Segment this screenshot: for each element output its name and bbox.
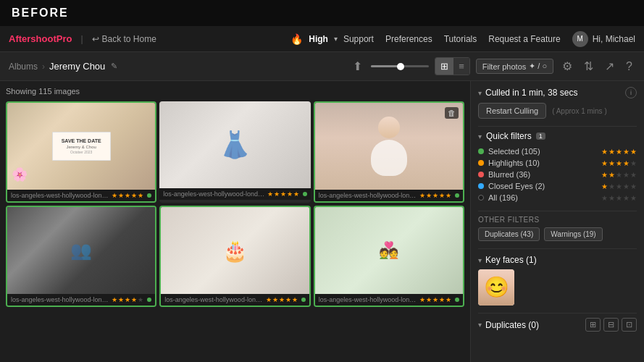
photo-image-2: 👗 <box>159 101 310 188</box>
edit-album-icon[interactable]: ✎ <box>111 62 117 71</box>
kf-chevron-icon: ▾ <box>478 256 482 264</box>
quality-label[interactable]: High <box>309 34 328 44</box>
quick-filters-title: ▾ Quick filters 1 <box>478 131 545 141</box>
duplicates-section: ▾ Duplicates (0) ⊞ ⊟ ⊡ <box>478 318 637 332</box>
dup-compare-button[interactable]: ⊡ <box>622 318 637 332</box>
key-faces-header: ▾ Key faces (1) <box>478 255 637 265</box>
photo-card-2[interactable]: 👗 los-angeles-west-hollywood-london-... … <box>159 101 310 203</box>
filter-selected[interactable]: Selected (105) ★★★★★ <box>478 146 637 157</box>
invite-decoration: SAVE THE DATE Jeremy & Chou October 2023 <box>52 132 111 161</box>
sort-icon-button[interactable]: ⇅ <box>581 58 596 75</box>
approx-time-label: ( Approx 1 mins ) <box>552 107 607 115</box>
filter-label-blurred: Blurred (36) <box>488 170 597 179</box>
duplicates-actions: ⊞ ⊟ ⊡ <box>585 318 637 332</box>
filter-stars-closed-eyes: ★★★★★ <box>601 182 637 190</box>
filter-dot-selected <box>478 148 484 154</box>
restart-row: Restart Culling ( Approx 1 mins ) <box>478 103 637 119</box>
photo-card-4[interactable]: 👥 los-angeles-west-hollywood-london-... … <box>6 206 156 307</box>
star-rating-1: ★★★★★ <box>112 192 143 199</box>
username-label: Hi, Michael <box>593 34 635 44</box>
other-filters-section: Other Filters Duplicates (43) Warnings (… <box>478 216 637 241</box>
nav-support-link[interactable]: Support <box>343 34 374 44</box>
status-dot-2 <box>303 192 307 196</box>
back-to-home-link[interactable]: ↩ Back to Home <box>92 34 156 44</box>
culling-header: ▾ Culled in 1 min, 38 secs i <box>478 87 637 98</box>
culling-chevron-icon: ▾ <box>478 89 482 97</box>
photo-card-3[interactable]: 🗑 los-angeles-west-hollywood-london-... … <box>314 101 464 203</box>
nav-request-feature-link[interactable]: Request a Feature <box>488 34 560 44</box>
filter-icon-button[interactable]: ⚙ <box>559 58 575 75</box>
key-faces-title: ▾ Key faces (1) <box>478 255 537 265</box>
photo-footer-5: los-angeles-west-hollywood-london-... ★★… <box>161 294 309 306</box>
status-dot-4 <box>147 298 151 302</box>
nav-bar: AftershootPro | ↩ Back to Home 🔥 High ▾ … <box>0 26 644 52</box>
divider-2 <box>478 211 637 211</box>
qf-chevron-icon: ▾ <box>478 132 482 140</box>
photo-name-6: los-angeles-west-hollywood-london-... <box>319 296 417 303</box>
warnings-filter-tag[interactable]: Warnings (19) <box>544 227 602 241</box>
zoom-slider[interactable] <box>371 65 429 67</box>
photo-card-6[interactable]: 💑 los-angeles-west-hollywood-london-... … <box>314 206 464 307</box>
status-dot-6 <box>455 298 459 302</box>
filter-stars-blurred: ★★★★★ <box>601 171 637 179</box>
dup-grid-view-button[interactable]: ⊟ <box>603 318 619 332</box>
albums-breadcrumb[interactable]: Albums <box>9 62 38 72</box>
dup-chevron-icon: ▾ <box>478 321 482 329</box>
photo-image-5: 🎂 <box>161 207 309 294</box>
quality-chevron-icon: ▾ <box>334 35 338 43</box>
divider-4 <box>478 313 637 313</box>
photo-footer-3: los-angeles-west-hollywood-london-... ★★… <box>315 190 463 201</box>
dup-list-view-button[interactable]: ⊞ <box>585 318 601 332</box>
grid-view-button[interactable]: ⊞ <box>435 58 453 75</box>
duplicates-title: ▾ Duplicates (0) <box>478 320 539 330</box>
breadcrumb-separator: › <box>42 62 45 72</box>
help-icon-button[interactable]: ? <box>623 59 635 75</box>
star-rating-6: ★★★★★ <box>419 296 451 303</box>
filter-highlights[interactable]: Highlights (10) ★★★★★ <box>478 157 637 169</box>
status-dot-3 <box>455 193 459 198</box>
star-rating-2: ★★★★★ <box>267 190 299 198</box>
key-face-thumbnail-1[interactable]: 😊 <box>478 269 514 306</box>
photo-card-1[interactable]: SAVE THE DATE Jeremy & Chou October 2023… <box>6 101 156 203</box>
photo-image-4: 👥 <box>7 207 155 294</box>
photo-footer-6: los-angeles-west-hollywood-london-... ★★… <box>315 294 463 306</box>
filter-label-selected: Selected (105) <box>488 147 597 156</box>
filter-stars-selected: ★★★★★ <box>601 148 637 156</box>
restart-culling-button[interactable]: Restart Culling <box>478 103 546 119</box>
filter-label-highlights: Highlights (10) <box>488 159 597 167</box>
photo-name-1: los-angeles-west-hollywood-london-... <box>11 192 109 199</box>
nav-preferences-link[interactable]: Preferences <box>385 34 432 44</box>
filter-label-closed-eyes: Closed Eyes (2) <box>488 182 597 190</box>
photo-name-2: los-angeles-west-hollywood-london-... <box>163 190 264 198</box>
list-view-button[interactable]: ≡ <box>453 58 469 75</box>
breadcrumb: Albums › Jeremy Chou ✎ <box>9 61 117 72</box>
status-dot-1 <box>147 193 151 198</box>
photo-name-4: los-angeles-west-hollywood-london-... <box>11 296 109 303</box>
star-rating-5: ★★★★★ <box>266 296 298 303</box>
filter-label-all: All (196) <box>488 193 597 202</box>
photo-footer-1: los-angeles-west-hollywood-london-... ★★… <box>7 190 155 201</box>
filter-blurred[interactable]: Blurred (36) ★★★★★ <box>478 169 637 180</box>
user-menu[interactable]: M Hi, Michael <box>572 31 635 47</box>
photo-grid: SAVE THE DATE Jeremy & Chou October 2023… <box>6 101 464 307</box>
photo-image-3 <box>315 103 463 190</box>
nav-tutorials-link[interactable]: Tutorials <box>444 34 477 44</box>
filter-dot-highlights <box>478 160 484 166</box>
status-dot-5 <box>301 298 306 302</box>
share-icon-button[interactable]: ↗ <box>602 58 617 75</box>
filter-closed-eyes[interactable]: Closed Eyes (2) ★★★★★ <box>478 180 637 192</box>
culling-info-icon[interactable]: i <box>625 87 637 98</box>
upload-button[interactable]: ⬆ <box>350 58 365 75</box>
photo-footer-2: los-angeles-west-hollywood-london-... ★★… <box>159 188 310 200</box>
filter-all[interactable]: All (196) ★★★★★ <box>478 192 637 203</box>
culling-title: ▾ Culled in 1 min, 38 secs <box>478 88 577 98</box>
photo-card-5[interactable]: 🎂 los-angeles-west-hollywood-london-... … <box>159 206 310 307</box>
duplicates-filter-tag[interactable]: Duplicates (43) <box>478 227 540 241</box>
view-toggle: ⊞ ≡ <box>435 57 470 75</box>
filter-photos-button[interactable]: Filter photos ✦ / ○ <box>476 59 553 74</box>
before-label: BEFORE <box>12 7 69 20</box>
delete-photo-3-button[interactable]: 🗑 <box>445 107 459 119</box>
photo-image-1: SAVE THE DATE Jeremy & Chou October 2023… <box>7 103 155 190</box>
nav-links: Support Preferences Tutorials Request a … <box>343 34 561 44</box>
filter-dot-closed-eyes <box>478 183 484 189</box>
